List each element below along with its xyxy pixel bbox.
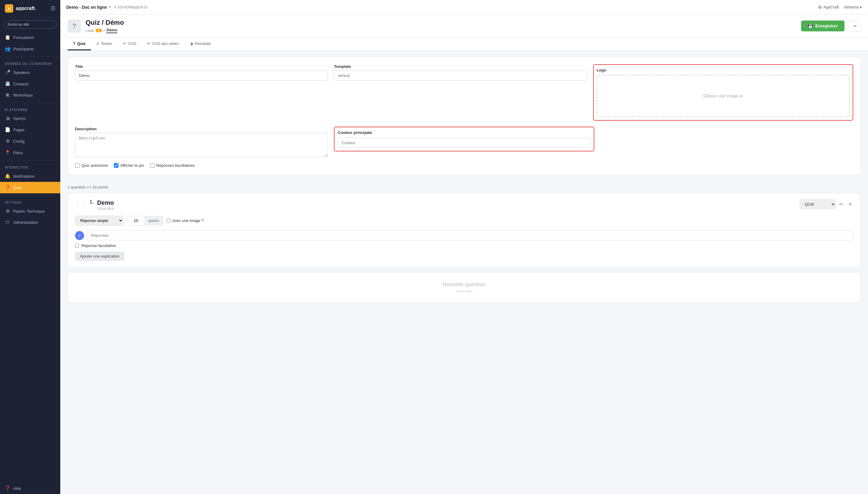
sidebar-item-label: Speakers (13, 70, 30, 75)
section-evenement-label: DONNÉES DE L'ÉVÉNEMENT (0, 58, 60, 66)
template-input[interactable] (334, 71, 587, 80)
user-dropdown-arrow[interactable]: ▾ (860, 5, 862, 10)
sidebar-item-apercu[interactable]: 🖥 Aperçu (0, 113, 60, 124)
quiz-tab-label: Quiz (77, 41, 85, 46)
topbar-appcraft: ⊞ AppCraft (818, 5, 839, 10)
pin-checkbox[interactable] (114, 163, 118, 168)
sidebar-item-config[interactable]: ⚙ Config (0, 135, 60, 147)
description-label: Description (75, 127, 328, 131)
reponses-label: Réponses facultatives (156, 163, 195, 168)
css-slides-tab-icon: ✏ (147, 41, 151, 46)
sidebar-item-notifications[interactable]: 🔔 Notifications (0, 170, 60, 182)
css-slides-tab-label: CSS des slides (152, 41, 179, 46)
sidebar-item-administration[interactable]: 🛡 Administration (0, 217, 60, 228)
response-type-select[interactable]: Réponse simple Réponse multiple (75, 216, 123, 226)
sidebar-item-aide[interactable]: ❓ Aide (0, 482, 60, 494)
sidebar-item-label: Aide (13, 486, 21, 491)
description-group: Description (75, 127, 328, 157)
hamburger-button[interactable]: ☰ (51, 5, 56, 12)
css-tab-label: CSS (128, 41, 136, 46)
drag-handle-icon[interactable]: ⋮⋮ (75, 201, 86, 207)
sidebar-item-label: Notifications (13, 174, 35, 178)
edit-question-button[interactable]: ✏ (838, 200, 845, 208)
tab-quiz[interactable]: ? Quiz (67, 38, 91, 50)
sidebar-item-workshops[interactable]: 🛠 Workshops (0, 90, 60, 101)
topbar-username: Johanna ▾ (844, 5, 862, 10)
page-title: Quiz / Démo (85, 19, 124, 26)
sidebar-item-participants[interactable]: 👥 Participants (0, 43, 60, 55)
question-type-select[interactable]: QCM QCU Texte libre (800, 200, 836, 209)
sidebar-item-label: Quiz (13, 186, 21, 190)
sidebar-item-pages[interactable]: 📄 Pages (0, 124, 60, 135)
question-title: Demo (97, 200, 796, 206)
reponses-checkbox[interactable] (150, 163, 155, 168)
tab-textes[interactable]: A Textes (91, 38, 118, 50)
textes-tab-icon: A (96, 41, 99, 46)
checkbox-reponses: Réponses facultatives (150, 163, 195, 168)
resultats-tab-label: Résultats (195, 41, 211, 46)
notifications-icon: 🔔 (5, 173, 10, 179)
points-input[interactable] (127, 216, 145, 225)
question-subtitle: Sous-titre (97, 206, 796, 211)
tab-css-slides[interactable]: ✏ CSS des slides (142, 38, 184, 50)
css-tab-icon: ✏ (123, 41, 126, 46)
help-icon: ❓ (5, 486, 10, 491)
autonome-checkbox[interactable] (75, 163, 80, 168)
pages-icon: 📄 (5, 127, 10, 132)
participants-icon: 👥 (5, 46, 10, 52)
title-input[interactable] (75, 71, 328, 80)
tab-resultats[interactable]: ◑ Résultats (184, 38, 216, 50)
sidebar-item-contacts[interactable]: 📇 Contacts (0, 78, 60, 90)
admin-icon: 🛡 (5, 220, 10, 225)
content-area: ? Quiz / Démo Liste 1 / Démo 💾 Enregistr… (60, 15, 868, 494)
project-dropdown-arrow[interactable]: ▾ (109, 5, 111, 9)
sidebar-item-label: Config (13, 139, 25, 144)
delete-question-icon: ✕ (848, 202, 852, 207)
topbar-user-area: ⊞ AppCraft Johanna ▾ (818, 5, 862, 10)
sidebar-item-plans[interactable]: 📍 Plans (0, 147, 60, 158)
new-question-subtitle: Sous-titre (75, 289, 853, 293)
sidebar-item-formulaires[interactable]: 📋 Formulaires (0, 32, 60, 43)
avec-image-checkbox[interactable] (167, 218, 171, 223)
new-question-card[interactable]: Nouvelle question Sous-titre (67, 272, 861, 303)
edit-icon-button[interactable]: ✏ (849, 20, 861, 32)
content-header: ? Quiz / Démo Liste 1 / Démo 💾 Enregistr… (60, 15, 868, 38)
points-label: points (145, 216, 163, 225)
tab-css[interactable]: ✏ CSS (118, 38, 142, 50)
optional-row: Réponse facultative (75, 243, 853, 248)
breadcrumb-active: Démo (106, 28, 117, 33)
access-site-button[interactable]: Accès au site (4, 20, 57, 28)
appcraft-logo-text: appcraft. (16, 6, 36, 11)
sidebar-item-speakers[interactable]: 🎤 Speakers (0, 66, 60, 78)
textes-tab-label: Textes (101, 41, 113, 46)
hash-value: 53nX0MbjqlOo1h (118, 5, 148, 10)
breadcrumb-list[interactable]: Liste (85, 28, 94, 33)
pin-label: Afficher le pin (120, 163, 144, 168)
response-input[interactable] (87, 230, 853, 240)
logo-dropzone[interactable]: Glissez une image ici (597, 75, 850, 117)
save-button[interactable]: 💾 Enregistrer (801, 20, 845, 31)
optional-checkbox[interactable] (75, 244, 79, 248)
description-textarea[interactable] (75, 133, 328, 157)
save-label: Enregistrer (815, 23, 838, 28)
quiz-tab-icon: ? (73, 41, 75, 46)
section-interaction-label: INTERACTION (0, 162, 60, 170)
sidebar-item-label: Contacts (13, 82, 28, 86)
question-header: ⋮⋮ 1. Demo Sous-titre QCM QCU Texte libr… (75, 200, 853, 211)
title-label: Title (75, 64, 328, 69)
page-icon: ? (67, 19, 81, 33)
couleur-input[interactable] (338, 138, 590, 148)
topbar: Demo - Doc en ligne ▾ # 53nX0MbjqlOo1h ⊞… (60, 0, 868, 15)
appcraft-logo-icon: a (5, 4, 13, 13)
delete-question-button[interactable]: ✕ (847, 200, 853, 208)
explication-button[interactable]: Ajouter une explication (75, 251, 124, 261)
title-group: Title (75, 64, 328, 121)
project-name: Demo - Doc en ligne (66, 5, 107, 10)
topbar-project: Demo - Doc en ligne ▾ (66, 5, 111, 10)
sidebar-item-label: Formulaires (13, 35, 34, 40)
appcraft-label: AppCraft (823, 5, 839, 10)
points-group: points (127, 216, 163, 225)
sidebar-item-label: Administration (13, 220, 38, 225)
sidebar-item-quiz[interactable]: ❓ Quiz (0, 182, 60, 193)
sidebar-item-param-technique[interactable]: ⚙ Param. Technique (0, 205, 60, 217)
